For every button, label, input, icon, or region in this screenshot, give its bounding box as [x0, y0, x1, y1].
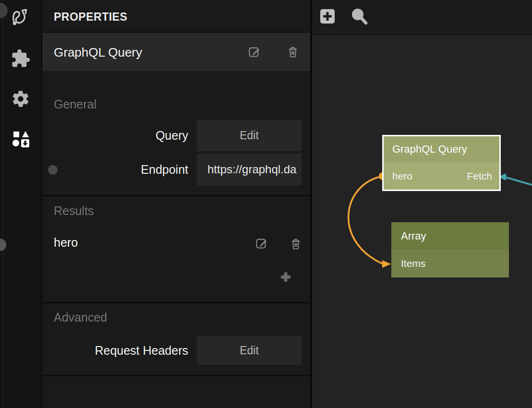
- result-item-name: hero: [54, 236, 78, 250]
- endpoint-input[interactable]: https://graphql.da: [197, 154, 302, 185]
- add-result-button[interactable]: [278, 270, 293, 284]
- wire-arrowhead-items: [382, 260, 391, 268]
- node-title[interactable]: Array: [391, 222, 509, 250]
- node-array[interactable]: Array Items: [391, 222, 509, 277]
- port-fetch[interactable]: Fetch: [467, 170, 492, 182]
- components-icon[interactable]: [10, 128, 32, 150]
- canvas-toolbar: [312, 0, 532, 35]
- divider: [42, 375, 310, 376]
- selected-node-name: GraphQL Query: [54, 45, 142, 60]
- edit-icon[interactable]: [255, 237, 268, 250]
- plugins-icon[interactable]: [10, 48, 32, 70]
- wire-hero-to-items[interactable]: [349, 176, 383, 264]
- node-graphql-query[interactable]: GraphQL Query hero Fetch: [382, 135, 501, 191]
- edit-icon[interactable]: [248, 45, 261, 59]
- divider: [42, 195, 310, 196]
- wire-offscreen-to-fetch[interactable]: [502, 177, 532, 185]
- activity-bar: [0, 0, 42, 408]
- delete-icon[interactable]: [286, 45, 300, 59]
- add-node-icon[interactable]: [320, 9, 335, 24]
- panel-title: PROPERTIES: [54, 11, 127, 24]
- section-label-general: General: [54, 97, 97, 111]
- port-items[interactable]: Items: [401, 258, 425, 269]
- delete-icon[interactable]: [289, 237, 302, 251]
- query-edit-button[interactable]: Edit: [197, 120, 302, 151]
- edge-handle-middle[interactable]: [0, 239, 6, 251]
- properties-panel: PROPERTIES GraphQL Query General Q: [42, 0, 312, 408]
- endpoint-label: Endpoint: [42, 154, 188, 185]
- divider: [42, 302, 310, 303]
- node-graph-icon[interactable]: [10, 6, 32, 28]
- request-headers-edit-button[interactable]: Edit: [197, 336, 302, 365]
- section-label-results: Results: [54, 204, 94, 218]
- request-headers-label: Request Headers: [42, 336, 188, 365]
- selected-node-row[interactable]: GraphQL Query: [42, 33, 310, 71]
- query-label: Query: [42, 120, 188, 151]
- section-label-advanced: Advanced: [54, 311, 107, 324]
- app-window: PROPERTIES GraphQL Query General Q: [0, 0, 532, 408]
- edge-divider: [3, 0, 3, 408]
- settings-icon[interactable]: [10, 88, 32, 110]
- connection-layer: [312, 0, 532, 408]
- edge-handle-top[interactable]: [0, 3, 8, 18]
- search-icon[interactable]: [351, 7, 368, 24]
- port-hero[interactable]: hero: [392, 170, 412, 182]
- node-canvas[interactable]: GraphQL Query hero Fetch Array Items: [312, 0, 532, 408]
- node-title[interactable]: GraphQL Query: [384, 136, 499, 162]
